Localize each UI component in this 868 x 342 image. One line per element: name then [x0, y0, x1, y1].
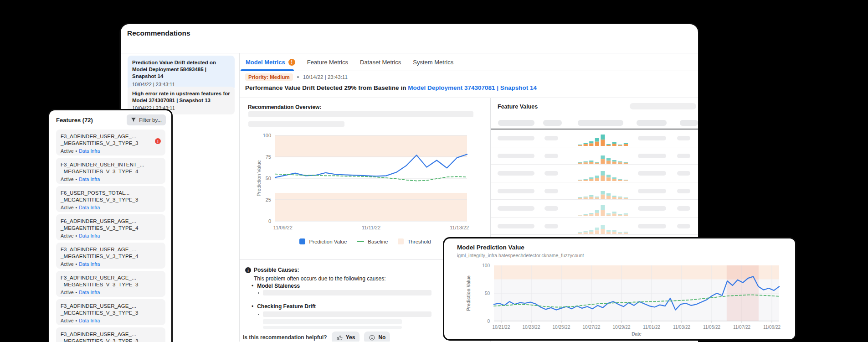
table-row[interactable]: [491, 218, 698, 235]
features-list: F3_ADFINDER_USER_AGE_..._MEGAENTITIES_V_…: [49, 129, 171, 342]
tab-dataset-metrics[interactable]: Dataset Metrics: [360, 59, 401, 66]
yes-button[interactable]: Yes: [332, 332, 360, 342]
skeleton-cell: [498, 189, 534, 193]
possible-causes-title: Possible Causes:: [254, 267, 299, 273]
skeleton-column-header: [498, 120, 534, 126]
sad-face-icon: [369, 334, 375, 341]
feature-list-item[interactable]: F3_ADFINDER_USER_INTENT_..._MEGAENTITIES…: [56, 158, 165, 184]
skeleton-cell: [498, 206, 534, 211]
thumbs-up-icon: [336, 334, 343, 341]
feature-name-line2: _MEGAENTITIES_V_3_TYPE_4: [61, 168, 161, 175]
feature-name-line2: _MEGAENTITIES_V_3_TYPE_3: [61, 310, 161, 316]
data-infra-link[interactable]: Data Infra: [79, 318, 100, 323]
skeleton-cell: [677, 171, 690, 176]
recommendation-card-selected[interactable]: Prediction Value Drift detected on Model…: [128, 56, 235, 91]
feature-status: Active•Data Infra: [61, 233, 161, 238]
skeleton-cell: [544, 171, 558, 176]
skeleton-cell: [638, 224, 666, 228]
recommendation-meta: Priority: Medium 10/14/22 | 23:43:11: [245, 73, 348, 81]
feature-status: Active•Data Infra: [61, 290, 161, 295]
skeleton-cell: [677, 154, 690, 158]
filter-by-button[interactable]: Filter by...: [127, 114, 166, 125]
feature-histogram: [578, 149, 629, 164]
error-badge-icon: [155, 138, 161, 144]
skeleton-text-bar: [263, 290, 431, 295]
skeleton-cell: [544, 136, 558, 140]
legend-label: Threshold: [407, 239, 431, 244]
screenshot-canvas: Recommendations Prediction Value Drift d…: [0, 0, 868, 342]
x-tick-label: 11/11/22: [362, 225, 380, 230]
skeleton-control: [630, 103, 696, 109]
yes-label: Yes: [346, 334, 355, 341]
table-row[interactable]: [491, 165, 698, 182]
y-tick-label: 100: [482, 263, 490, 268]
feature-status: Active•Data Infra: [61, 318, 161, 323]
skeleton-cell: [638, 136, 666, 140]
model-prediction-chart: 10/21/2210/23/2210/25/2210/27/2210/29/22…: [444, 263, 795, 339]
status-label: Active: [61, 233, 74, 238]
x-tick-label: 10/23/22: [523, 325, 540, 330]
feature-name-line2: _MEGAENTITIES_V_3_TYPE_3: [61, 338, 161, 342]
skeleton-cell: [677, 206, 690, 211]
priority-badge: Priority: Medium: [245, 73, 293, 81]
legend-threshold: Threshold: [398, 238, 431, 244]
dot-separator-icon: •: [76, 176, 77, 182]
table-row[interactable]: [491, 200, 698, 218]
feature-list-item[interactable]: F6_USER_POSTS_TOTAL..._MEGAENTITIES_V_3_…: [56, 186, 165, 212]
skeleton-cell: [677, 224, 690, 228]
feature-status: Active•Data Infra: [61, 176, 161, 182]
table-row[interactable]: [491, 182, 698, 200]
prediction-value-chart: 0255075100Prediction Value11/09/2211/11/…: [240, 130, 491, 237]
data-infra-link[interactable]: Data Infra: [79, 233, 100, 238]
feature-values-table: [491, 130, 698, 253]
skeleton-column-header: [543, 120, 562, 126]
feature-histogram: [578, 201, 629, 216]
feature-list-item[interactable]: F3_ADFINDER_USER_AGE_..._MEGAENTITIES_V_…: [56, 271, 165, 297]
feature-list-item[interactable]: F3_ADFINDER_USER_AGE_..._MEGAENTITIES_V_…: [56, 299, 165, 325]
feature-histogram: [578, 219, 629, 234]
recommendation-title: Prediction Value Drift detected on Model…: [132, 59, 230, 80]
features-header: Features (72) Filter by...: [49, 110, 171, 129]
recommendation-title: High error rate in upstream features for…: [132, 90, 230, 104]
y-tick-label: 0: [268, 218, 271, 224]
skeleton-cell: [677, 136, 690, 140]
feature-status: Active•Data Infra: [61, 148, 161, 154]
tab-feature-metrics[interactable]: Feature Metrics: [307, 59, 348, 66]
skeleton-column-header: [680, 120, 698, 126]
data-infra-link[interactable]: Data Infra: [79, 290, 100, 295]
skeleton-text-bar: [248, 111, 473, 117]
feature-name-line1: F3_ADFINDER_USER_AGE_...: [61, 275, 161, 281]
window-header: Recommendations: [121, 24, 698, 53]
legend-label: Prediction Value: [309, 239, 347, 244]
feature-list-item[interactable]: F3_ADFINDER_USER_AGE_..._MEGAENTITIES_V_…: [56, 130, 165, 155]
table-row[interactable]: [491, 147, 698, 165]
data-infra-link[interactable]: Data Infra: [79, 261, 100, 267]
feature-list-item[interactable]: F6_ADFINDER_USER_AGE_..._MEGAENTITIES_V_…: [56, 214, 165, 240]
x-tick-label: 11/01/22: [643, 325, 661, 330]
feature-list-item[interactable]: F3_ADFINDER_USER_AGE_..._MEGAENTITIES_V_…: [56, 327, 165, 342]
feature-list-item[interactable]: F3_ADFINDER_USER_AGE_..._MEGAENTITIES_V_…: [56, 243, 165, 269]
tab-label: Feature Metrics: [307, 59, 348, 66]
tab-model-metrics[interactable]: Model Metrics: [246, 59, 295, 66]
no-button[interactable]: No: [364, 332, 390, 342]
legend-label: Baseline: [368, 239, 388, 244]
feature-name-line2: _MEGAENTITIES_V_3_TYPE_4: [61, 225, 161, 232]
data-infra-link[interactable]: Data Infra: [79, 148, 100, 154]
table-row[interactable]: [491, 130, 698, 147]
tab-system-metrics[interactable]: System Metrics: [413, 59, 453, 66]
skeleton-cell: [638, 154, 666, 158]
no-label: No: [378, 334, 385, 341]
recommendation-timestamp: 10/04/22 | 23:43:11: [132, 82, 230, 87]
skeleton-cell: [544, 189, 558, 193]
dot-separator-icon: •: [76, 261, 77, 267]
x-tick-label: 11/03/22: [673, 325, 691, 330]
legend-prediction-value: Prediction Value: [299, 238, 347, 244]
warning-badge-icon: [288, 59, 295, 66]
x-tick-label: 10/21/22: [493, 325, 510, 330]
data-infra-link[interactable]: Data Infra: [79, 176, 100, 182]
model-deployment-link[interactable]: Model Deployment 374307081 | Snapshot 14: [408, 84, 537, 91]
blue-swatch-icon: [299, 238, 305, 244]
data-infra-link[interactable]: Data Infra: [79, 205, 100, 210]
x-tick-label: 11/13/22: [450, 225, 469, 230]
bullet-icon: [258, 292, 259, 294]
